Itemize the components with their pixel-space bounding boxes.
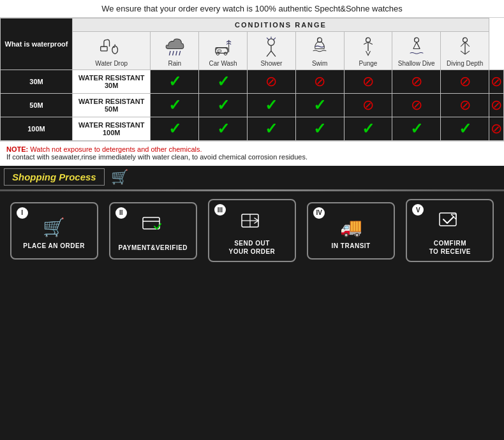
row-100m-car-wash: ✓ <box>247 117 295 141</box>
shopping-header: Shopping Process 🛒 <box>0 166 504 188</box>
step3-label: SEND OUTYOUR ORDER <box>229 239 276 256</box>
svg-point-18 <box>463 38 467 42</box>
truck-step-icon: 🚚 <box>340 217 362 238</box>
shopping-divider <box>0 189 504 191</box>
row-30m-swim: ⊘ <box>344 70 392 94</box>
diving-depth-label: Diving Depth <box>442 60 487 67</box>
row-30m-shower: ⊘ <box>295 70 344 94</box>
svg-point-17 <box>414 38 419 42</box>
svg-line-12 <box>267 38 269 40</box>
row-50m-punge: ⊘ <box>392 94 441 117</box>
steps-row: I 🛒 PLACE AN ORDER II PAYMENT&VERIFIED I… <box>0 196 504 268</box>
row-100m-shallow-dive: ✓ <box>441 117 489 141</box>
row-100m-shower: ✓ <box>295 117 344 141</box>
condition-shower: Shower <box>247 32 295 70</box>
svg-point-15 <box>318 38 322 42</box>
note-line2: If contact with seawater,rinse immediate… <box>6 153 308 161</box>
row-50m-level: 50M <box>1 94 73 117</box>
top-banner: We ensure that your order every watch is… <box>0 0 504 18</box>
table-row: 50M WATER RESISTANT 50M ✓ ✓ ✓ ✓ ⊘ ⊘ ⊘ ⊘ <box>1 94 504 117</box>
step5-number: V <box>412 204 424 216</box>
row-30m-level: 30M <box>1 70 73 94</box>
row-50m-swim: ⊘ <box>344 94 392 117</box>
note-label: NOTE: <box>6 145 28 153</box>
svg-line-2 <box>169 51 170 55</box>
condition-car-wash: Car Wash <box>199 32 248 70</box>
condition-punge: Punge <box>344 32 392 70</box>
row-30m-desc: WATER RESISTANT 30M <box>73 70 151 94</box>
condition-diving-depth: Diving Depth <box>441 32 489 70</box>
rain-label: Rain <box>152 60 197 67</box>
step-confirm: V COMFIRMTO RECEIVE <box>406 199 494 262</box>
car-wash-label: Car Wash <box>200 60 246 67</box>
svg-rect-7 <box>218 50 221 52</box>
conditions-range-header: CONDITIONS RANGE <box>73 18 489 32</box>
condition-swim: Swim <box>295 32 344 70</box>
shower-label: Shower <box>249 60 294 67</box>
row-100m-desc: WATER RESISTANT 100M <box>73 117 151 141</box>
waterproof-table: What is waterproof CONDITIONS RANGE Wate… <box>0 18 504 141</box>
row-50m-car-wash: ✓ <box>247 94 295 117</box>
row-30m-car-wash: ⊘ <box>247 70 295 94</box>
step-place-order: I 🛒 PLACE AN ORDER <box>10 202 98 260</box>
shopping-label-box: Shopping Process <box>4 168 105 186</box>
condition-water-drop: Water Drop <box>73 32 151 70</box>
punge-label: Punge <box>346 60 391 67</box>
row-100m-punge: ✓ <box>392 117 441 141</box>
svg-rect-24 <box>440 213 456 226</box>
row-50m-rain: ✓ <box>199 94 248 117</box>
step5-label: COMFIRMTO RECEIVE <box>429 239 471 256</box>
step1-label: PLACE AN ORDER <box>23 242 85 250</box>
svg-line-3 <box>172 51 174 55</box>
note-section: NOTE: Watch not exposure to detergents a… <box>0 141 504 166</box>
row-30m-rain: ✓ <box>199 70 248 94</box>
table-row: 100M WATER RESISTANT 100M ✓ ✓ ✓ ✓ ✓ ✓ ✓ … <box>1 117 504 141</box>
what-is-waterproof-label: What is waterproof <box>1 18 73 70</box>
svg-line-14 <box>274 38 276 40</box>
condition-rain: Rain <box>151 32 199 70</box>
step3-number: III <box>214 204 226 216</box>
water-drop-label: Water Drop <box>74 60 149 67</box>
row-50m-desc: WATER RESISTANT 50M <box>73 94 151 117</box>
row-50m-shower: ✓ <box>295 94 344 117</box>
table-row: 30M WATER RESISTANT 30M ✓ ✓ ⊘ ⊘ ⊘ ⊘ ⊘ ⊘ <box>1 70 504 94</box>
payment-step-icon <box>142 215 165 240</box>
step2-label: PAYMENT&VERIFIED <box>118 244 188 252</box>
step4-number: IV <box>313 207 325 219</box>
row-30m-shallow-dive: ⊘ <box>441 70 489 94</box>
step-in-transit: IV 🚚 IN TRANSIT <box>307 202 395 260</box>
row-100m-swim: ✓ <box>344 117 392 141</box>
row-30m-diving-depth: ⊘ <box>489 70 504 94</box>
step2-number: II <box>115 207 127 219</box>
row-30m-punge: ⊘ <box>392 70 441 94</box>
svg-line-4 <box>176 51 177 55</box>
note-text: Watch not exposure to detergents and oth… <box>30 145 202 153</box>
waterproof-section: What is waterproof CONDITIONS RANGE Wate… <box>0 18 504 166</box>
step4-label: IN TRANSIT <box>332 242 371 250</box>
cart-icon: 🛒 <box>111 169 128 186</box>
step-send-out: III SEND OUTYOUR ORDER <box>208 199 296 262</box>
send-step-icon <box>241 210 263 235</box>
svg-point-16 <box>366 38 371 42</box>
confirm-step-icon <box>438 210 461 235</box>
swim-label: Swim <box>297 60 343 67</box>
step-payment: II PAYMENT&VERIFIED <box>109 202 197 260</box>
cart-step-icon: 🛒 <box>43 217 65 238</box>
row-100m-diving-depth: ⊘ <box>489 117 504 141</box>
shopping-section: Shopping Process 🛒 I 🛒 PLACE AN ORDER II… <box>0 166 504 268</box>
shopping-label: Shopping Process <box>12 172 96 182</box>
step1-number: I <box>17 207 28 219</box>
row-50m-diving-depth: ⊘ <box>489 94 504 117</box>
row-100m-rain: ✓ <box>199 117 248 141</box>
row-50m-water-drop: ✓ <box>151 94 199 117</box>
svg-line-5 <box>179 51 181 55</box>
row-30m-water-drop: ✓ <box>151 70 199 94</box>
row-50m-shallow-dive: ⊘ <box>441 94 489 117</box>
svg-rect-0 <box>100 47 107 51</box>
row-100m-water-drop: ✓ <box>151 117 199 141</box>
svg-rect-19 <box>143 217 159 229</box>
condition-shallow-dive: Shallow Dive <box>392 32 441 70</box>
banner-text: We ensure that your order every watch is… <box>101 4 403 13</box>
shallow-dive-label: Shallow Dive <box>394 60 439 67</box>
row-100m-level: 100M <box>1 117 73 141</box>
